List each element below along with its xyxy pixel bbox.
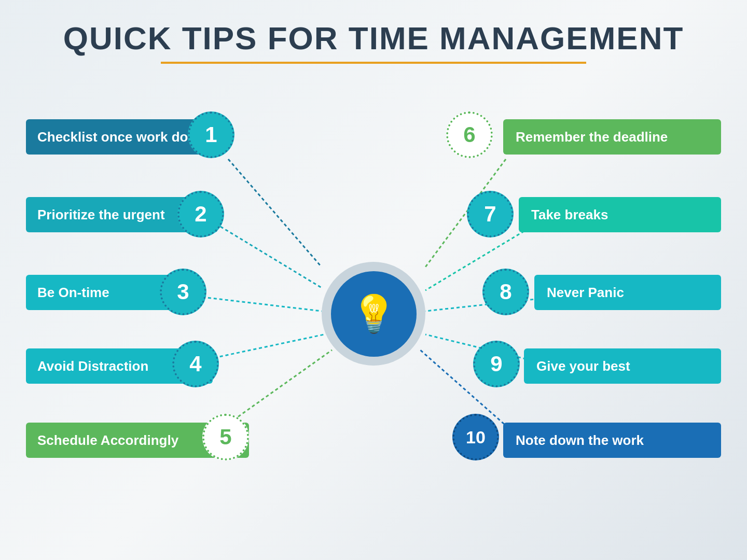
lightbulb-icon: 💡 bbox=[351, 292, 396, 335]
tip-label-5: Schedule Accordingly bbox=[37, 432, 178, 449]
center-circle-inner: 💡 bbox=[331, 271, 417, 357]
tip-num-7: 7 bbox=[467, 191, 514, 237]
tip-label-10: Note down the work bbox=[516, 432, 644, 449]
svg-line-4 bbox=[233, 350, 332, 420]
tip-num-5: 5 bbox=[202, 414, 249, 460]
tip-num-3: 3 bbox=[160, 269, 206, 315]
tip-bar-6: Remember the deadline bbox=[503, 119, 721, 155]
tip-num-8: 8 bbox=[482, 269, 529, 315]
tip-num-9: 9 bbox=[473, 341, 520, 387]
tip-label-3: Be On-time bbox=[37, 285, 109, 301]
center-circle: 💡 bbox=[322, 262, 425, 366]
tip-label-9: Give your best bbox=[536, 358, 630, 374]
tip-num-2: 2 bbox=[177, 191, 224, 237]
svg-line-2 bbox=[202, 297, 322, 311]
tip-num-10: 10 bbox=[452, 414, 499, 460]
tip-label-2: Prioritize the urgent bbox=[37, 207, 165, 223]
svg-line-1 bbox=[220, 227, 322, 288]
tip-bar-7: Take breaks bbox=[519, 197, 721, 232]
tip-label-1: Checklist once work done bbox=[37, 129, 204, 145]
tip-label-4: Avoid Distraction bbox=[37, 358, 148, 374]
svg-line-0 bbox=[228, 159, 322, 267]
title-section: QUICK TIPS FOR TIME MANAGEMENT bbox=[0, 0, 747, 64]
tip-num-6: 6 bbox=[446, 111, 493, 158]
diagram-container: 💡 Checklist once work done 1 Prioritize … bbox=[16, 96, 731, 531]
tip-label-8: Never Panic bbox=[547, 285, 624, 301]
page-title: QUICK TIPS FOR TIME MANAGEMENT bbox=[0, 20, 747, 57]
tip-bar-9: Give your best bbox=[524, 348, 721, 384]
tip-label-6: Remember the deadline bbox=[516, 129, 668, 145]
title-underline bbox=[161, 62, 586, 64]
tip-label-7: Take breaks bbox=[531, 207, 608, 223]
svg-line-3 bbox=[214, 334, 324, 358]
tip-bar-10: Note down the work bbox=[503, 423, 721, 458]
tip-bar-8: Never Panic bbox=[534, 275, 721, 310]
tip-num-4: 4 bbox=[172, 341, 219, 387]
tip-num-1: 1 bbox=[188, 111, 234, 158]
